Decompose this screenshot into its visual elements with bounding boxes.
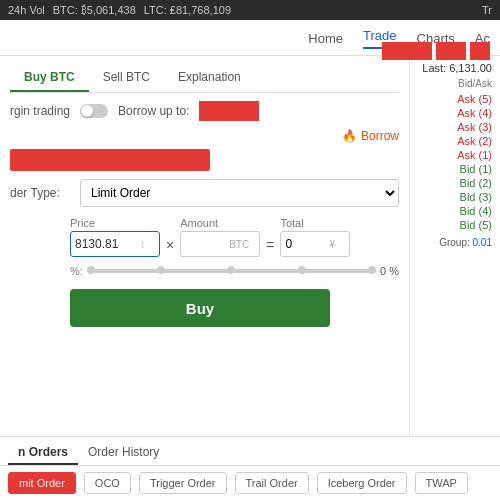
order-tab-limit[interactable]: mit Order [8, 472, 76, 494]
btc-price: BTC: ₿5,061,438 [53, 4, 136, 16]
order-type-label: der Type: [10, 186, 70, 200]
order-type-row: der Type: Limit Order Market Order Stop … [10, 179, 399, 207]
nav-home[interactable]: Home [308, 31, 343, 46]
orderbook-panel: Last: 6,131.00 Bid/Ask Ask (5) Ask (4) A… [410, 56, 500, 436]
bid-3[interactable]: Bid (3) [418, 191, 492, 203]
percent-value: 0 % [380, 265, 399, 277]
logo-block-3 [470, 42, 490, 60]
order-tab-trigger[interactable]: Trigger Order [139, 472, 227, 494]
bid-5[interactable]: Bid (5) [418, 219, 492, 231]
bid-4[interactable]: Bid (4) [418, 205, 492, 217]
price-amount-total-row: Price ↕ × Amount BTC = Total ¥ [70, 217, 399, 257]
order-tab-oco[interactable]: OCO [84, 472, 131, 494]
toggle-knob [81, 105, 93, 117]
trade-tabs: Buy BTC Sell BTC Explanation [10, 64, 399, 93]
total-label: Total [280, 217, 350, 229]
red-banner [10, 149, 210, 171]
price-input[interactable] [75, 237, 140, 251]
ask-5[interactable]: Ask (5) [418, 93, 492, 105]
slider-track[interactable] [91, 269, 372, 273]
bottom-section: n Orders Order History mit Order OCO Tri… [0, 436, 500, 500]
top-bar: 24h Vol BTC: ₿5,061,438 LTC: ₤81,768,109… [0, 0, 500, 20]
order-type-tabs: mit Order OCO Trigger Order Trail Order … [0, 466, 500, 500]
main-container: Buy BTC Sell BTC Explanation rgin tradin… [0, 56, 500, 436]
order-tab-iceberg[interactable]: Iceberg Order [317, 472, 407, 494]
logo-blocks [382, 42, 490, 60]
logo-block-1 [382, 42, 432, 60]
margin-label: rgin trading [10, 104, 70, 118]
price-label: Price [70, 217, 160, 229]
tab-buy-btc[interactable]: Buy BTC [10, 64, 89, 92]
times-icon: × [166, 237, 174, 253]
amount-label: Amount [180, 217, 260, 229]
header: Home Trade Charts Ac [0, 20, 500, 56]
borrow-row: 🔥 Borrow [10, 129, 399, 143]
tab-explanation[interactable]: Explanation [164, 64, 255, 92]
buy-button[interactable]: Buy [70, 289, 330, 327]
price-stepper-icon[interactable]: ↕ [140, 239, 145, 250]
group-value[interactable]: 0.01 [473, 237, 492, 248]
tab-order-history[interactable]: Order History [78, 441, 169, 465]
total-suffix: ¥ [329, 239, 335, 250]
top-bar-info: 24h Vol BTC: ₿5,061,438 LTC: ₤81,768,109 [8, 4, 231, 16]
percent-label: %: [70, 265, 83, 277]
margin-row: rgin trading Borrow up to: [10, 101, 399, 121]
amount-input-wrap: BTC [180, 231, 260, 257]
tab-open-orders[interactable]: n Orders [8, 441, 78, 465]
group-row: Group: 0.01 [418, 237, 492, 248]
ask-2[interactable]: Ask (2) [418, 135, 492, 147]
total-input[interactable] [285, 237, 329, 251]
percent-row: %: 0 % [70, 265, 399, 277]
bid-ask-header: Bid/Ask [418, 78, 492, 89]
vol-label: 24h Vol [8, 4, 45, 16]
amount-suffix: BTC [229, 239, 249, 250]
price-input-wrap: ↕ [70, 231, 160, 257]
amount-col: Amount BTC [180, 217, 260, 257]
price-col: Price ↕ [70, 217, 160, 257]
ask-4[interactable]: Ask (4) [418, 107, 492, 119]
total-input-wrap: ¥ [280, 231, 350, 257]
last-price: Last: 6,131.00 [418, 62, 492, 74]
tab-sell-btc[interactable]: Sell BTC [89, 64, 164, 92]
ask-1[interactable]: Ask (1) [418, 149, 492, 161]
bid-1[interactable]: Bid (1) [418, 163, 492, 175]
borrow-input[interactable] [199, 101, 259, 121]
trading-panel: Buy BTC Sell BTC Explanation rgin tradin… [0, 56, 410, 436]
topbar-right: Tr [482, 4, 492, 16]
ltc-price: LTC: ₤81,768,109 [144, 4, 231, 16]
bottom-tabs: n Orders Order History [0, 437, 500, 466]
logo-block-2 [436, 42, 466, 60]
order-tab-trail[interactable]: Trail Order [235, 472, 309, 494]
bid-2[interactable]: Bid (2) [418, 177, 492, 189]
amount-input[interactable] [185, 237, 229, 251]
fire-icon: 🔥 [342, 129, 357, 143]
equals-icon: = [266, 237, 274, 253]
borrow-link[interactable]: Borrow [361, 129, 399, 143]
order-tab-twap[interactable]: TWAP [415, 472, 468, 494]
borrow-label: Borrow up to: [118, 104, 189, 118]
margin-toggle[interactable] [80, 104, 108, 118]
order-type-select[interactable]: Limit Order Market Order Stop Order Stop… [80, 179, 399, 207]
ask-3[interactable]: Ask (3) [418, 121, 492, 133]
total-col: Total ¥ [280, 217, 350, 257]
group-label: Group: [439, 237, 470, 248]
